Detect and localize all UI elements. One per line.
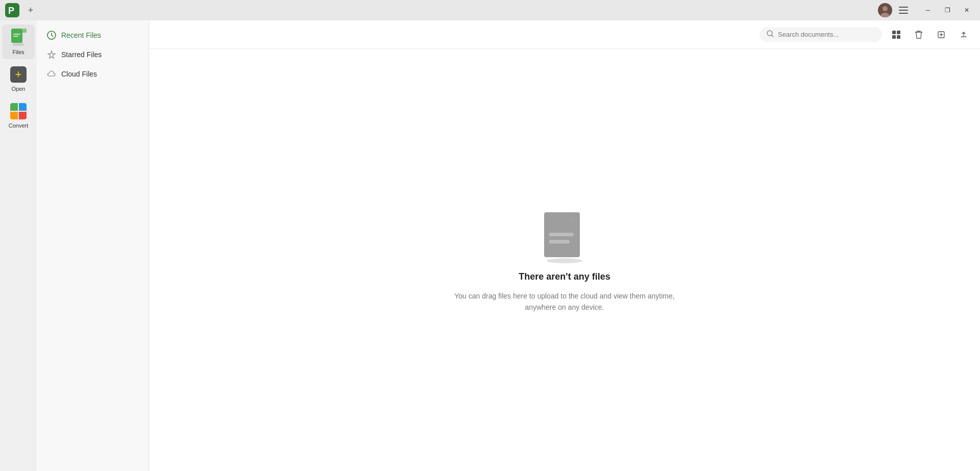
search-icon — [767, 30, 774, 39]
nav-item-starred[interactable]: Starred Files — [41, 46, 144, 63]
svg-point-16 — [767, 31, 772, 36]
svg-rect-12 — [13, 36, 18, 37]
recent-files-label: Recent Files — [61, 31, 101, 39]
empty-file-illustration — [539, 207, 590, 263]
svg-rect-19 — [892, 35, 896, 39]
empty-state-subtitle: You can drag files here to upload to the… — [442, 290, 687, 313]
restore-button[interactable]: ❐ — [938, 3, 957, 17]
toolbar — [149, 20, 980, 49]
cloud-icon — [47, 69, 56, 79]
svg-rect-26 — [549, 233, 574, 236]
app-body: Files Open Convert — [0, 20, 980, 471]
svg-rect-6 — [899, 10, 908, 11]
empty-state: There aren't any files You can drag file… — [149, 49, 980, 471]
svg-rect-7 — [899, 13, 908, 14]
svg-rect-18 — [897, 31, 900, 34]
open-icon — [9, 65, 28, 84]
save-button[interactable] — [933, 27, 949, 43]
convert-icon — [9, 102, 28, 120]
svg-rect-27 — [549, 240, 570, 243]
add-tab-button[interactable]: + — [24, 4, 37, 16]
nav-sidebar: Recent Files Starred Files Cloud Files — [37, 20, 149, 471]
minimize-button[interactable]: ─ — [919, 3, 937, 17]
files-icon — [9, 29, 28, 47]
avatar[interactable] — [878, 3, 892, 17]
svg-rect-10 — [22, 29, 27, 33]
clock-icon — [47, 31, 56, 40]
title-bar-left: P + — [4, 2, 37, 18]
hamburger-button[interactable] — [894, 3, 913, 17]
empty-state-title: There aren't any files — [519, 271, 610, 282]
svg-rect-5 — [899, 7, 908, 8]
convert-label: Convert — [9, 122, 29, 129]
main-content: There aren't any files You can drag file… — [149, 20, 980, 471]
trash-button[interactable] — [911, 27, 927, 43]
close-button[interactable]: ✕ — [958, 3, 976, 17]
title-bar-right: ─ ❐ ✕ — [878, 3, 976, 17]
star-icon — [47, 50, 56, 59]
starred-files-label: Starred Files — [61, 51, 102, 59]
icon-sidebar: Files Open Convert — [0, 20, 37, 471]
cloud-files-label: Cloud Files — [61, 70, 97, 78]
svg-point-22 — [547, 258, 582, 263]
upload-button[interactable] — [955, 27, 972, 43]
window-controls: ─ ❐ ✕ — [919, 3, 976, 17]
nav-item-cloud[interactable]: Cloud Files — [41, 65, 144, 83]
grid-view-button[interactable] — [888, 27, 904, 43]
sidebar-item-open[interactable]: Open — [2, 61, 35, 96]
files-label: Files — [12, 49, 24, 55]
svg-rect-11 — [13, 34, 20, 35]
svg-rect-14 — [13, 43, 24, 45]
svg-rect-17 — [892, 31, 896, 34]
search-bar[interactable] — [760, 27, 882, 42]
title-bar: P + ─ ❐ ✕ — [0, 0, 980, 20]
svg-rect-20 — [897, 35, 900, 39]
sidebar-item-files[interactable]: Files — [2, 24, 35, 59]
svg-text:P: P — [8, 6, 14, 16]
sidebar-item-convert[interactable]: Convert — [2, 98, 35, 133]
app-logo: P — [4, 2, 20, 18]
search-input[interactable] — [778, 31, 875, 38]
svg-point-3 — [883, 6, 888, 11]
nav-item-recent[interactable]: Recent Files — [41, 27, 144, 44]
open-label: Open — [12, 86, 26, 92]
